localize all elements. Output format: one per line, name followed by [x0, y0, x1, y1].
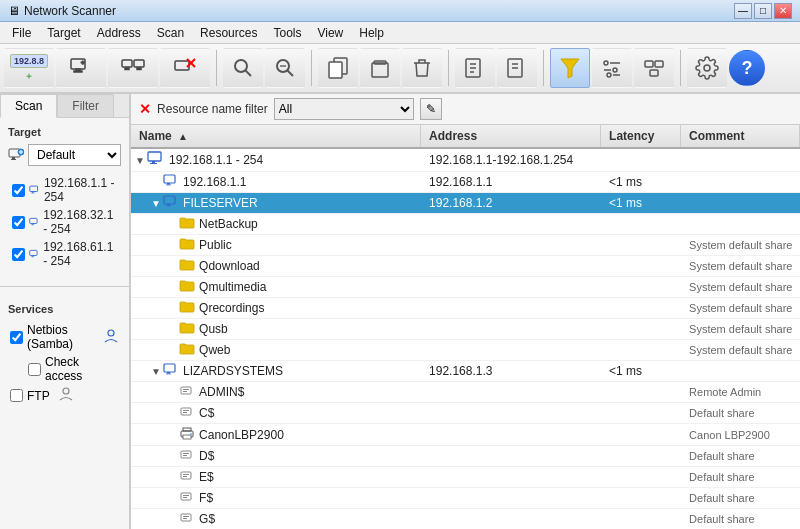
svg-rect-19	[372, 63, 388, 77]
table-row[interactable]: CanonLBP2900 Canon LBP2900	[131, 424, 800, 446]
cell-name-9: Qweb	[131, 340, 421, 360]
group-button[interactable]	[634, 48, 674, 88]
table-row[interactable]: F$ Default share	[131, 488, 800, 509]
menu-scan[interactable]: Scan	[149, 24, 192, 42]
row-name-17: G$	[199, 512, 215, 526]
ftp-checkbox[interactable]	[10, 389, 23, 402]
expand-arrow-0: ▼	[135, 155, 145, 166]
svg-rect-83	[183, 495, 189, 496]
menu-resources[interactable]: Resources	[192, 24, 265, 42]
paste-button[interactable]	[360, 48, 400, 88]
th-address[interactable]: Address	[421, 125, 601, 147]
target-dropdown-row: Default	[8, 144, 121, 166]
menu-file[interactable]: File	[4, 24, 39, 42]
table-row[interactable]: ▼ 192.168.1.1 - 254 192.168.1.1-192.168.…	[131, 149, 800, 172]
scan-range-checkbox-0[interactable]	[12, 184, 25, 197]
svg-rect-84	[183, 497, 187, 498]
row-name-5: Qdownload	[199, 259, 260, 273]
svg-line-14	[288, 71, 294, 77]
maximize-button[interactable]: □	[754, 3, 772, 19]
menu-view[interactable]: View	[309, 24, 351, 42]
filter-edit-button[interactable]: ✎	[420, 98, 442, 120]
tab-filter[interactable]: Filter	[57, 94, 114, 117]
scan-range-button[interactable]	[108, 48, 158, 88]
cell-comment-13: Canon LBP2900	[681, 427, 800, 443]
svg-rect-68	[183, 391, 187, 392]
table-row[interactable]: Public System default share	[131, 235, 800, 256]
scan-range-checkbox-1[interactable]	[12, 216, 25, 229]
table-row[interactable]: D$ Default share	[131, 446, 800, 467]
filter-clear-button[interactable]: ✕	[139, 101, 151, 117]
table-row[interactable]: NetBackup	[131, 214, 800, 235]
scan-computers-button[interactable]: +	[56, 48, 106, 88]
table-row[interactable]: Qmultimedia System default share	[131, 277, 800, 298]
help-button[interactable]: ?	[729, 50, 765, 86]
cell-latency-12	[601, 411, 681, 415]
table-row[interactable]: Qrecordings System default share	[131, 298, 800, 319]
check-access-checkbox[interactable]	[28, 363, 41, 376]
cell-comment-17: Default share	[681, 511, 800, 527]
svg-rect-60	[164, 196, 175, 204]
table-row[interactable]: ADMIN$ Remote Admin	[131, 382, 800, 403]
add-target-button[interactable]: 192.8.8 ＋	[4, 48, 54, 88]
table-body: ▼ 192.168.1.1 - 254 192.168.1.1-192.168.…	[131, 149, 800, 529]
table-row[interactable]: ▼ FILESERVER 192.168.1.2 <1 ms	[131, 193, 800, 214]
menu-tools[interactable]: Tools	[265, 24, 309, 42]
th-name[interactable]: Name ▲	[131, 125, 421, 147]
filter-button[interactable]	[550, 48, 590, 88]
row-icon-11	[179, 384, 195, 400]
cell-latency-14	[601, 454, 681, 458]
row-name-16: F$	[199, 491, 213, 505]
table-row[interactable]: ▼ LIZARDSYSTEMS 192.168.1.3 <1 ms	[131, 361, 800, 382]
filter-options-button[interactable]	[592, 48, 632, 88]
minimize-button[interactable]: —	[734, 3, 752, 19]
table-row[interactable]: 192.168.1.1 192.168.1.1 <1 ms	[131, 172, 800, 193]
svg-rect-58	[167, 183, 170, 185]
scan-range-search-button[interactable]	[265, 48, 305, 88]
svg-point-28	[604, 61, 608, 65]
close-button[interactable]: ✕	[774, 3, 792, 19]
cell-comment-4: System default share	[681, 237, 800, 253]
scan-button[interactable]	[223, 48, 263, 88]
netbios-user-icon[interactable]	[103, 329, 119, 346]
scan-range-checkbox-2[interactable]	[12, 248, 25, 261]
cell-name-3: NetBackup	[131, 214, 421, 234]
table-row[interactable]: G$ Default share	[131, 509, 800, 529]
table-row[interactable]: Qdownload System default share	[131, 256, 800, 277]
menu-address[interactable]: Address	[89, 24, 149, 42]
export-button[interactable]	[455, 48, 495, 88]
th-comment[interactable]: Comment	[681, 125, 800, 147]
tab-scan[interactable]: Scan	[0, 94, 57, 118]
menu-target[interactable]: Target	[39, 24, 88, 42]
table-row[interactable]: Qweb System default share	[131, 340, 800, 361]
row-name-7: Qrecordings	[199, 301, 264, 315]
import-button[interactable]	[497, 48, 537, 88]
th-latency[interactable]: Latency	[601, 125, 681, 147]
svg-rect-17	[329, 62, 342, 78]
remove-target-button[interactable]	[160, 48, 210, 88]
table-row[interactable]: E$ Default share	[131, 467, 800, 488]
app-title: Network Scanner	[24, 4, 734, 18]
svg-rect-80	[183, 474, 189, 475]
row-icon-3	[179, 216, 195, 232]
ftp-user-icon[interactable]	[58, 387, 74, 404]
filter-select[interactable]: All Custom...	[274, 98, 414, 120]
table-row[interactable]: Qusb System default share	[131, 319, 800, 340]
menu-help[interactable]: Help	[351, 24, 392, 42]
target-dropdown-select[interactable]: Default	[28, 144, 121, 166]
svg-rect-2	[74, 71, 82, 72]
cell-comment-3	[681, 222, 800, 226]
settings-button[interactable]	[687, 48, 727, 88]
cell-name-6: Qmultimedia	[131, 277, 421, 297]
delete-button[interactable]	[402, 48, 442, 88]
svg-rect-47	[32, 223, 33, 224]
cell-name-2: ▼ FILESERVER	[131, 193, 421, 213]
copy-button[interactable]	[318, 48, 358, 88]
netbios-checkbox[interactable]	[10, 331, 23, 344]
svg-rect-86	[183, 516, 189, 517]
svg-point-11	[235, 60, 247, 72]
table-row[interactable]: C$ Default share	[131, 403, 800, 424]
cell-address-11	[421, 390, 601, 394]
cell-name-0: ▼ 192.168.1.1 - 254	[131, 149, 421, 171]
title-bar: 🖥 Network Scanner — □ ✕	[0, 0, 800, 22]
